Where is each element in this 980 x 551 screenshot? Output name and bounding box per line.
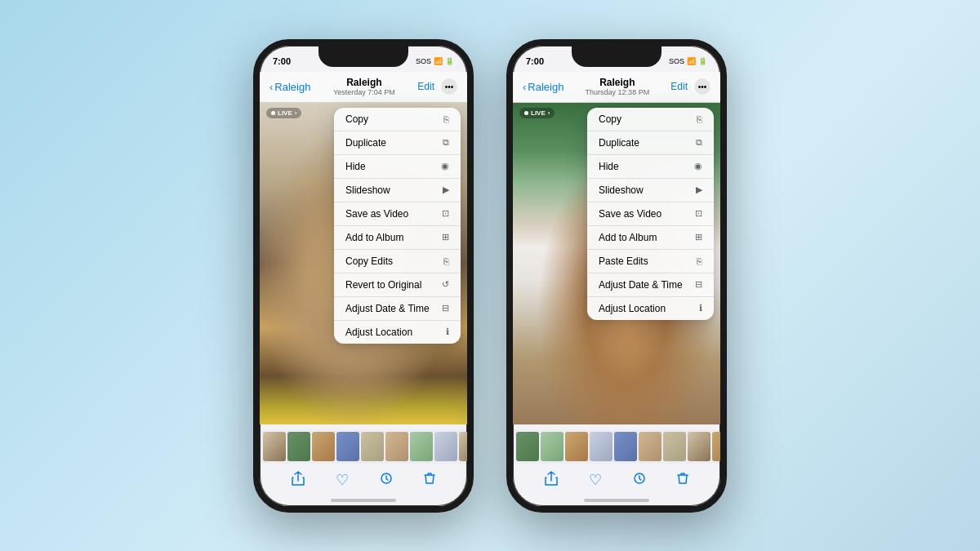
menu-icon-slideshow-1: ▶ (443, 184, 449, 195)
back-button-1[interactable]: ‹ Raleigh (270, 81, 310, 93)
menu-icon-datetime-2: ⊟ (695, 279, 702, 290)
menu-label-location-2: Adjust Location (599, 303, 666, 314)
phone-1: 7:00 SOS 📶 🔋 ‹ Raleigh Raleigh Yesterday… (253, 39, 474, 513)
nav-bar-2: ‹ Raleigh Raleigh Thursday 12:38 PM Edit… (513, 72, 720, 103)
thumb-9[interactable] (459, 432, 467, 461)
menu-label-copy-1: Copy (345, 113, 368, 125)
menu-item-copyedits-1[interactable]: Copy Edits ⎘ (334, 250, 461, 273)
thumb-2[interactable] (287, 432, 310, 461)
thumb-22[interactable] (541, 432, 564, 461)
menu-icon-duplicate-1: ⧉ (443, 137, 449, 148)
wifi-icon-2: 📶 (687, 57, 696, 65)
thumb-25[interactable] (614, 432, 637, 461)
menu-item-pasteedits-2[interactable]: Paste Edits ⎘ (587, 250, 714, 273)
thumb-1[interactable] (263, 432, 286, 461)
menu-icon-datetime-1: ⊟ (442, 303, 449, 313)
edit-button-2[interactable]: Edit (670, 81, 688, 92)
menu-item-datetime-1[interactable]: Adjust Date & Time ⊟ (334, 297, 461, 321)
home-indicator-1 (331, 499, 396, 502)
menu-icon-savevideo-2: ⊡ (695, 208, 702, 219)
thumb-8[interactable] (434, 432, 457, 461)
thumb-5[interactable] (361, 432, 384, 461)
menu-label-addalbum-2: Add to Album (599, 232, 657, 243)
more-button-2[interactable]: ••• (694, 78, 710, 95)
live-chevron-1: › (295, 109, 297, 117)
nav-title-main-2: Raleigh (586, 77, 650, 88)
menu-item-copy-1[interactable]: Copy ⎘ (334, 108, 461, 131)
menu-item-location-2[interactable]: Adjust Location ℹ (587, 297, 714, 320)
thumb-21[interactable] (516, 432, 539, 461)
status-icons-1: SOS 📶 🔋 (416, 57, 454, 65)
menu-label-slideshow-1: Slideshow (345, 184, 390, 196)
status-icons-2: SOS 📶 🔋 (669, 57, 707, 65)
thumb-28[interactable] (688, 432, 710, 461)
thumb-24[interactable] (590, 432, 612, 461)
wifi-icon-1: 📶 (434, 57, 443, 65)
edit-icon-1[interactable] (380, 472, 393, 487)
thumb-4[interactable] (336, 432, 359, 461)
menu-item-slideshow-2[interactable]: Slideshow ▶ (587, 179, 714, 202)
menu-label-hide-2: Hide (599, 161, 619, 172)
thumb-6[interactable] (385, 432, 408, 461)
live-badge-1[interactable]: LIVE › (266, 108, 301, 118)
back-chevron-1: ‹ (270, 81, 273, 93)
thumb-3[interactable] (312, 432, 335, 461)
menu-item-hide-1[interactable]: Hide ◉ (334, 155, 461, 179)
context-menu-2: Copy ⎘ Duplicate ⧉ Hide ◉ Slideshow ▶ Sa… (587, 108, 714, 320)
bottom-toolbar-2: ♡ (513, 464, 720, 496)
back-chevron-2: ‹ (523, 81, 526, 93)
menu-item-slideshow-1[interactable]: Slideshow ▶ (334, 179, 461, 202)
menu-label-duplicate-2: Duplicate (599, 137, 639, 149)
menu-item-revert-1[interactable]: Revert to Original ↺ (334, 273, 461, 297)
thumb-29[interactable] (712, 432, 720, 461)
menu-icon-hide-2: ◉ (694, 161, 702, 171)
thumb-23[interactable] (565, 432, 588, 461)
menu-item-datetime-2[interactable]: Adjust Date & Time ⊟ (587, 273, 714, 297)
more-button-1[interactable]: ••• (441, 78, 457, 95)
menu-item-duplicate-2[interactable]: Duplicate ⧉ (587, 131, 714, 155)
thumb-27[interactable] (663, 432, 686, 461)
live-label-2: LIVE (531, 109, 546, 117)
thumbnail-strip-1[interactable] (260, 429, 467, 464)
menu-label-duplicate-1: Duplicate (345, 137, 386, 149)
thumb-7[interactable] (410, 432, 433, 461)
menu-icon-copy-2: ⎘ (697, 114, 702, 124)
menu-icon-copy-1: ⎘ (443, 114, 449, 124)
nav-subtitle-2: Thursday 12:38 PM (586, 88, 650, 96)
menu-label-copy-2: Copy (599, 113, 621, 125)
thumbnail-strip-2[interactable] (513, 429, 720, 464)
menu-item-savevideo-1[interactable]: Save as Video ⊡ (334, 202, 461, 226)
menu-icon-hide-1: ◉ (441, 161, 449, 171)
battery-icon-2: 🔋 (698, 57, 707, 65)
menu-label-datetime-2: Adjust Date & Time (599, 279, 683, 291)
menu-icon-slideshow-2: ▶ (696, 184, 702, 195)
thumb-26[interactable] (639, 432, 662, 461)
menu-label-addalbum-1: Add to Album (345, 232, 403, 243)
live-badge-2[interactable]: LIVE › (519, 108, 555, 118)
share-icon-1[interactable] (292, 471, 305, 489)
menu-item-hide-2[interactable]: Hide ◉ (587, 155, 714, 179)
menu-label-copyedits-1: Copy Edits (345, 256, 393, 267)
menu-label-pasteedits-2: Paste Edits (599, 256, 648, 267)
edit-icon-2[interactable] (633, 472, 646, 487)
notch-2 (572, 46, 662, 67)
heart-icon-2[interactable]: ♡ (589, 471, 602, 489)
back-button-2[interactable]: ‹ Raleigh (523, 81, 564, 93)
heart-icon-1[interactable]: ♡ (336, 471, 349, 489)
menu-label-savevideo-2: Save as Video (599, 208, 662, 220)
delete-icon-2[interactable] (677, 472, 688, 487)
live-chevron-2: › (548, 109, 550, 117)
menu-item-duplicate-1[interactable]: Duplicate ⧉ (334, 131, 461, 155)
menu-item-addalbum-1[interactable]: Add to Album ⊞ (334, 226, 461, 250)
share-icon-2[interactable] (545, 471, 558, 489)
menu-item-savevideo-2[interactable]: Save as Video ⊡ (587, 202, 714, 226)
edit-button-1[interactable]: Edit (417, 81, 434, 92)
nav-actions-1: Edit ••• (417, 78, 457, 95)
menu-item-addalbum-2[interactable]: Add to Album ⊞ (587, 226, 714, 250)
menu-item-location-1[interactable]: Adjust Location ℹ (334, 321, 461, 344)
time-1: 7:00 (273, 56, 291, 66)
menu-item-copy-2[interactable]: Copy ⎘ (587, 108, 714, 131)
menu-label-revert-1: Revert to Original (345, 279, 421, 291)
delete-icon-1[interactable] (424, 472, 435, 487)
home-indicator-2 (584, 499, 649, 502)
